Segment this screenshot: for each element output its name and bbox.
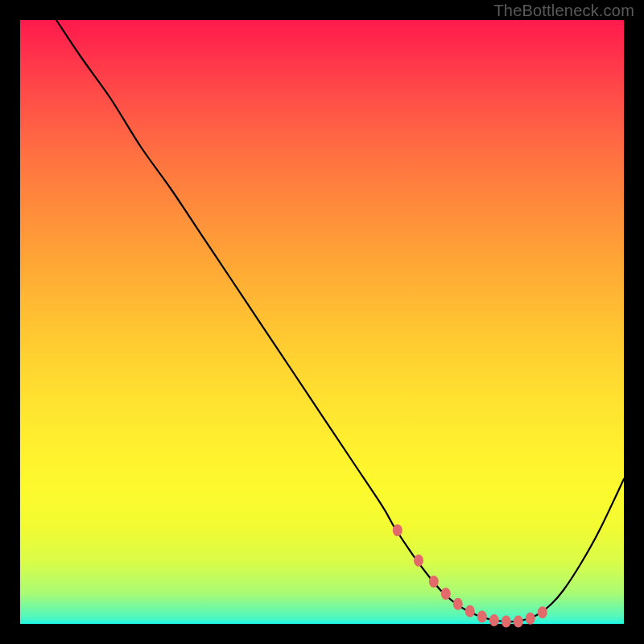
curve-marker — [429, 576, 439, 588]
curve-markers — [393, 524, 547, 627]
chart-frame: TheBottleneck.com — [0, 0, 644, 644]
curve-marker — [414, 555, 423, 567]
curve-marker — [477, 611, 487, 623]
curve-marker — [538, 606, 547, 618]
watermark-text: TheBottleneck.com — [493, 2, 634, 20]
curve-overlay — [20, 20, 624, 624]
curve-marker — [441, 588, 451, 600]
curve-marker — [465, 605, 475, 617]
curve-marker — [514, 616, 523, 628]
curve-marker — [502, 616, 511, 628]
curve-marker — [526, 613, 535, 625]
bottleneck-curve — [56, 20, 624, 621]
curve-marker — [453, 598, 463, 610]
curve-marker — [393, 524, 402, 536]
curve-marker — [489, 614, 499, 626]
